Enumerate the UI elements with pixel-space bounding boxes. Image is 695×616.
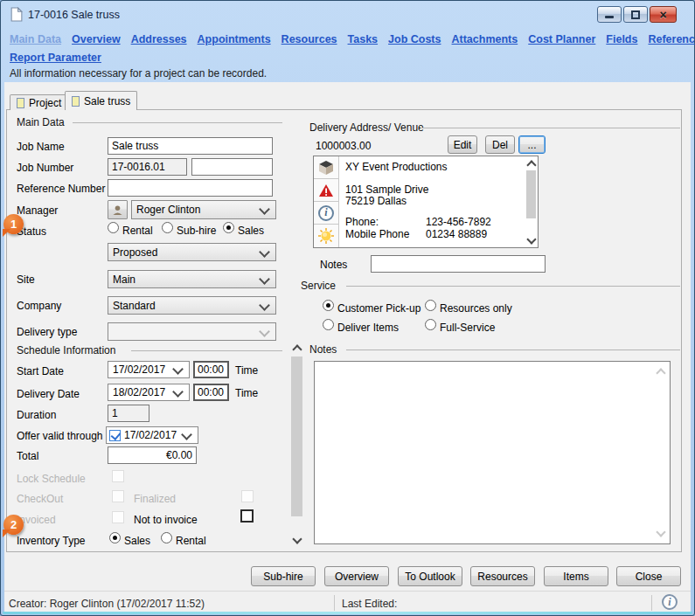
- job-number-suffix-input[interactable]: [191, 158, 273, 176]
- reference-number-input[interactable]: [108, 179, 273, 197]
- minimize-button[interactable]: [597, 6, 622, 23]
- section-divider: [131, 350, 282, 351]
- nav-link-tasks[interactable]: Tasks: [348, 33, 379, 45]
- delivery-date-select[interactable]: 18/02/2017: [108, 384, 190, 401]
- notes-section-title: Notes: [309, 343, 337, 356]
- scroll-down-icon[interactable]: [290, 534, 303, 547]
- reference-number-label: Reference Number: [17, 183, 105, 195]
- not-to-invoice-checkbox[interactable]: [240, 509, 254, 523]
- items-button[interactable]: Items: [544, 566, 608, 586]
- service-radio-customer-pickup[interactable]: [323, 300, 334, 311]
- offer-valid-label: Offer valid through: [17, 430, 103, 442]
- company-label: Company: [17, 300, 61, 312]
- site-value: Main: [113, 273, 136, 286]
- job-number-input[interactable]: [108, 158, 187, 176]
- service-radio-full-service[interactable]: [425, 319, 436, 330]
- start-time-input[interactable]: [193, 361, 229, 378]
- invoiced-checkbox: [112, 511, 124, 523]
- overview-button[interactable]: Overview: [324, 566, 389, 586]
- service-resources-only-label: Resources only: [440, 302, 512, 315]
- to-outlook-button[interactable]: To Outlook: [398, 566, 462, 586]
- address-sun-cell[interactable]: [314, 225, 339, 247]
- nav-link-addresses[interactable]: Addresses: [131, 33, 187, 45]
- total-input[interactable]: [108, 446, 197, 464]
- section-divider: [420, 128, 680, 128]
- status-bar: Creator: Roger Clinton (17/02/2017 11:52…: [4, 591, 691, 613]
- service-radio-deliver-items[interactable]: [323, 319, 334, 330]
- address-listbox[interactable]: i XY Event Productions 101 Sample Drive …: [313, 156, 539, 248]
- nav-link-appointments[interactable]: Appointments: [198, 33, 271, 45]
- service-full-service-label: Full-Service: [440, 322, 495, 334]
- address-scrollbar-thumb[interactable]: [526, 170, 536, 218]
- finalized-checkbox: [241, 490, 254, 502]
- manager-value: Roger Clinton: [136, 204, 200, 216]
- address-warning-cell[interactable]: [314, 179, 339, 202]
- stage-select[interactable]: Proposed: [108, 243, 276, 261]
- main-data-section-title: Main Data: [17, 116, 65, 128]
- company-select[interactable]: Standard: [108, 296, 276, 315]
- start-date-select[interactable]: 17/02/2017: [108, 361, 190, 378]
- status-radio-sub-hire[interactable]: [162, 222, 173, 233]
- manager-picker-button[interactable]: [108, 200, 128, 219]
- service-deliver-items-label: Deliver Items: [337, 322, 399, 334]
- delivery-time-input[interactable]: [193, 384, 229, 401]
- sub-hire-button[interactable]: Sub-hire: [251, 566, 316, 586]
- nav-link-overview[interactable]: Overview: [72, 33, 121, 45]
- close-form-button[interactable]: Close: [616, 566, 681, 586]
- notes-textarea[interactable]: [314, 361, 671, 544]
- close-button[interactable]: ×: [650, 6, 677, 23]
- nav-link-fields[interactable]: Fields: [606, 33, 637, 45]
- service-section-title: Service: [301, 280, 336, 292]
- checkout-label: CheckOut: [17, 493, 63, 505]
- window-title: 17-0016 Sale truss: [28, 9, 120, 21]
- section-divider: [73, 122, 282, 123]
- nav-link-main-data[interactable]: Main Data: [10, 33, 61, 45]
- tab-sale-truss[interactable]: Sale truss: [65, 91, 137, 110]
- status-sales-label: Sales: [238, 225, 264, 237]
- service-radio-resources-only[interactable]: [425, 300, 436, 311]
- phone-value: 123-456-7892: [426, 216, 491, 228]
- resources-button[interactable]: Resources: [470, 566, 535, 586]
- section-divider: [346, 350, 680, 350]
- status-radio-rental[interactable]: [108, 222, 119, 233]
- address-info-cell[interactable]: i: [314, 202, 339, 225]
- sun-icon: [317, 227, 335, 245]
- service-customer-pickup-label: Customer Pick-up: [337, 302, 420, 315]
- delete-address-button[interactable]: Del: [485, 135, 515, 154]
- nav-link-attachments[interactable]: Attachments: [452, 33, 518, 45]
- delivery-section-title: Delivery Address/ Venue: [309, 121, 424, 134]
- notes-scroll-up-icon[interactable]: [654, 365, 667, 378]
- nav-link-report-parameter[interactable]: Report Parameter: [10, 52, 101, 64]
- offer-valid-checkbox[interactable]: [109, 430, 121, 441]
- nav-link-references[interactable]: References: [648, 33, 695, 45]
- manager-select[interactable]: Roger Clinton: [131, 200, 276, 219]
- scrollbar-thumb[interactable]: [291, 356, 302, 516]
- inventory-radio-rental[interactable]: [161, 532, 172, 543]
- window: 17-0016 Sale truss × Main Data Overview …: [0, 0, 695, 616]
- browse-address-button[interactable]: ...: [518, 135, 546, 154]
- scroll-up-icon[interactable]: [290, 342, 303, 355]
- status-info-icon[interactable]: i: [662, 594, 678, 610]
- status-radio-sales[interactable]: [223, 222, 234, 233]
- site-select[interactable]: Main: [108, 270, 276, 288]
- address-notes-input[interactable]: [371, 255, 546, 273]
- job-name-input[interactable]: [108, 137, 273, 155]
- inventory-radio-sales[interactable]: [109, 532, 121, 543]
- form-scrollbar[interactable]: [289, 342, 304, 549]
- address-company-cell[interactable]: [314, 156, 339, 179]
- building-icon: [318, 161, 334, 175]
- edit-address-button[interactable]: Edit: [448, 135, 477, 154]
- address-scroll-up-icon[interactable]: [525, 157, 538, 170]
- mobile-value: 01234 88889: [426, 228, 487, 240]
- maximize-button[interactable]: [623, 6, 648, 23]
- nav-link-cost-planner[interactable]: Cost Planner: [528, 33, 595, 45]
- status-rental-label: Rental: [122, 225, 153, 237]
- duration-input[interactable]: [108, 405, 149, 422]
- tab-icon: [72, 96, 80, 107]
- tab-project[interactable]: Project: [10, 94, 68, 110]
- notes-scroll-down-icon[interactable]: [654, 527, 667, 540]
- address-scroll-down-icon[interactable]: [525, 234, 538, 247]
- nav-link-job-costs[interactable]: Job Costs: [388, 33, 441, 45]
- nav-link-resources[interactable]: Resources: [281, 33, 337, 45]
- offer-valid-select[interactable]: 17/02/2017: [106, 426, 198, 444]
